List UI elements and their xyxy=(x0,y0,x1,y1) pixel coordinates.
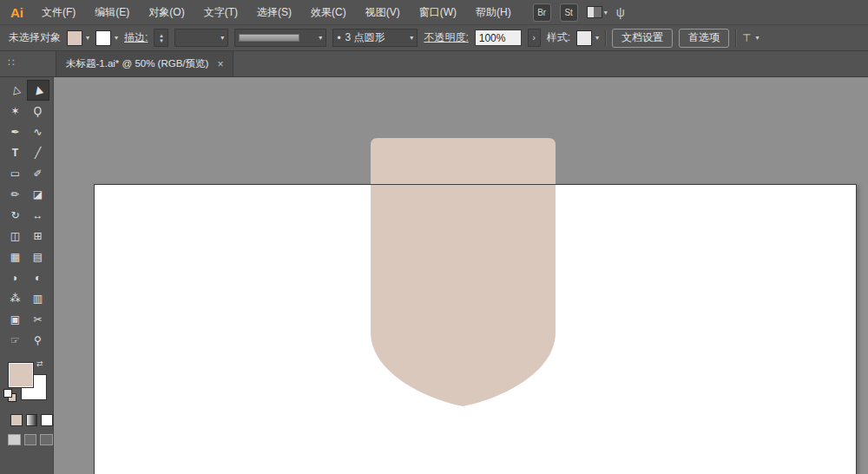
default-colors-icon[interactable] xyxy=(3,389,16,401)
draw-behind-mode-button[interactable] xyxy=(24,434,37,445)
width-tool[interactable]: ↔ xyxy=(27,205,49,226)
width-profile-preview xyxy=(239,34,299,42)
eraser-tool[interactable]: ◪ xyxy=(27,184,49,205)
menu-view[interactable]: 视图(V) xyxy=(356,0,410,24)
draw-inside-mode-button[interactable] xyxy=(40,434,53,445)
chevron-down-icon: ▾ xyxy=(319,34,322,42)
toolbar-grip-icon[interactable]: ∷ xyxy=(8,56,15,69)
artboard-top-edge xyxy=(94,184,857,185)
menu-effect[interactable]: 效果(C) xyxy=(301,0,356,24)
shape-builder-tool[interactable]: ◫ xyxy=(4,226,27,247)
none-button[interactable] xyxy=(41,414,53,426)
menu-object[interactable]: 对象(O) xyxy=(139,0,194,24)
style-dropdown[interactable]: ▾ xyxy=(576,30,599,46)
magic-wand-tool[interactable]: ✶ xyxy=(4,101,27,122)
default-stroke-mini xyxy=(3,389,12,398)
width-profile-combo[interactable]: ▾ xyxy=(234,29,326,47)
fill-swatch-icon xyxy=(67,30,82,46)
lasso-tool[interactable]: Ϙ xyxy=(27,101,49,122)
document-tab[interactable]: 未标题-1.ai* @ 50% (RGB/预览) × xyxy=(56,51,233,76)
stepper-down-icon: ▼ xyxy=(159,38,164,43)
curvature-tool[interactable]: ∿ xyxy=(27,122,49,142)
direct-selection-arrow-icon: ▶ xyxy=(31,85,45,96)
shield-shape-object[interactable] xyxy=(371,138,556,407)
menu-help[interactable]: 帮助(H) xyxy=(466,0,521,24)
menu-window[interactable]: 窗口(W) xyxy=(410,0,466,24)
menu-type[interactable]: 文字(T) xyxy=(194,0,247,24)
fill-stroke-indicator: ⇄ xyxy=(9,363,49,404)
chevron-down-icon: ▾ xyxy=(595,34,599,42)
menu-bar: Ai 文件(F) 编辑(E) 对象(O) 文字(T) 选择(S) 效果(C) 视… xyxy=(0,0,868,25)
workspace-switcher[interactable]: ▾ xyxy=(587,6,608,18)
gesture-icon[interactable]: ψ xyxy=(616,5,625,19)
chevron-down-icon: ▾ xyxy=(410,34,413,42)
gradient-tool[interactable]: ▤ xyxy=(27,247,49,267)
rectangle-tool[interactable]: ▭ xyxy=(4,163,27,184)
close-icon[interactable]: × xyxy=(217,58,223,70)
gradient-button[interactable] xyxy=(26,414,38,426)
separator xyxy=(735,30,736,47)
chevron-down-icon: ▾ xyxy=(220,34,224,42)
fill-color-dropdown[interactable]: ▾ xyxy=(67,30,89,46)
control-bar: 未选择对象 ▾ ▾ 描边: ▲ ▼ ▾ ▾ • 3 点圆形 ▾ xyxy=(0,25,868,51)
document-tab-title: 未标题-1.ai* @ 50% (RGB/预览) xyxy=(66,57,208,70)
brush-name: 3 点圆形 xyxy=(345,30,385,45)
pencil-tool[interactable]: ✏ xyxy=(4,184,27,205)
opacity-expand-button[interactable]: › xyxy=(528,29,541,47)
fill-indicator-swatch[interactable] xyxy=(9,363,33,387)
illustrator-window: Ai 文件(F) 编辑(E) 对象(O) 文字(T) 选择(S) 效果(C) 视… xyxy=(0,0,868,474)
chevron-down-icon: ▾ xyxy=(604,9,608,16)
selection-tool[interactable]: ▷ xyxy=(4,80,27,101)
perspective-grid-tool[interactable]: ⊞ xyxy=(27,226,49,247)
style-swatch-icon xyxy=(576,30,592,46)
blend-tool[interactable]: ◐ xyxy=(27,267,49,288)
type-tool[interactable]: T xyxy=(4,142,27,163)
shield-shape-path xyxy=(371,138,556,406)
brush-bullet-icon: • xyxy=(337,32,340,44)
document-tab-bar: ∷ 未标题-1.ai* @ 50% (RGB/预览) × xyxy=(0,51,868,77)
color-button[interactable] xyxy=(10,414,23,426)
zoom-tool[interactable]: ⚲ xyxy=(27,330,49,351)
separator xyxy=(605,30,606,47)
hand-tool[interactable]: ☞ xyxy=(4,330,27,351)
swap-colors-icon[interactable]: ⇄ xyxy=(36,359,43,368)
control-panel-menu[interactable]: ⊤ ▾ xyxy=(742,32,759,44)
stroke-weight-stepper[interactable]: ▲ ▼ xyxy=(154,29,168,47)
brush-definition-combo[interactable]: • 3 点圆形 ▾ xyxy=(332,29,418,47)
document-setup-button[interactable]: 文档设置 xyxy=(612,29,673,48)
slice-tool[interactable]: ✂ xyxy=(27,309,49,330)
opacity-input[interactable]: 100% xyxy=(475,30,522,46)
stroke-weight-combo[interactable]: ▾ xyxy=(174,29,228,47)
color-type-buttons xyxy=(10,414,53,426)
pen-tool[interactable]: ✒ xyxy=(4,122,27,142)
canvas-area[interactable] xyxy=(54,77,868,474)
tools-grid: ▷ ▶ ✶ Ϙ ✒ ∿ T ╱ ▭ ✐ ✏ ◪ ↻ ↔ ◫ ⊞ ▦ ▤ ◗ ◐ xyxy=(0,77,53,351)
chevron-right-icon: › xyxy=(533,33,536,43)
artboard-tool[interactable]: ▣ xyxy=(4,309,27,330)
main-area: ▷ ▶ ✶ Ϙ ✒ ∿ T ╱ ▭ ✐ ✏ ◪ ↻ ↔ ◫ ⊞ ▦ ▤ ◗ ◐ xyxy=(0,77,868,474)
eyedropper-tool[interactable]: ◗ xyxy=(4,267,27,288)
style-label: 样式: xyxy=(547,30,570,45)
menu-file[interactable]: 文件(F) xyxy=(32,0,85,24)
stroke-weight-label[interactable]: 描边: xyxy=(124,30,148,45)
menu-select[interactable]: 选择(S) xyxy=(247,0,301,24)
rotate-tool[interactable]: ↻ xyxy=(4,205,27,226)
stock-icon[interactable]: St xyxy=(560,3,578,22)
chevron-down-icon: ▾ xyxy=(115,34,118,42)
graph-tool[interactable]: ▥ xyxy=(27,288,49,309)
line-tool[interactable]: ╱ xyxy=(27,142,49,163)
draw-normal-mode-button[interactable] xyxy=(8,434,21,445)
drawing-modes xyxy=(8,434,53,445)
menu-edit[interactable]: 编辑(E) xyxy=(85,0,139,24)
paintbrush-tool[interactable]: ✐ xyxy=(27,163,49,184)
mesh-tool[interactable]: ▦ xyxy=(4,247,27,267)
workspace-icon xyxy=(587,6,602,18)
preferences-button[interactable]: 首选项 xyxy=(679,29,729,48)
chevron-down-icon: ▾ xyxy=(86,34,89,42)
direct-selection-tool[interactable]: ▶ xyxy=(27,80,49,101)
adjust-icon: ⊤ xyxy=(742,32,751,44)
symbol-sprayer-tool[interactable]: ⁂ xyxy=(4,288,27,309)
bridge-icon[interactable]: Br xyxy=(533,3,551,22)
opacity-label[interactable]: 不透明度: xyxy=(424,30,468,45)
stroke-color-dropdown[interactable]: ▾ xyxy=(95,30,118,46)
